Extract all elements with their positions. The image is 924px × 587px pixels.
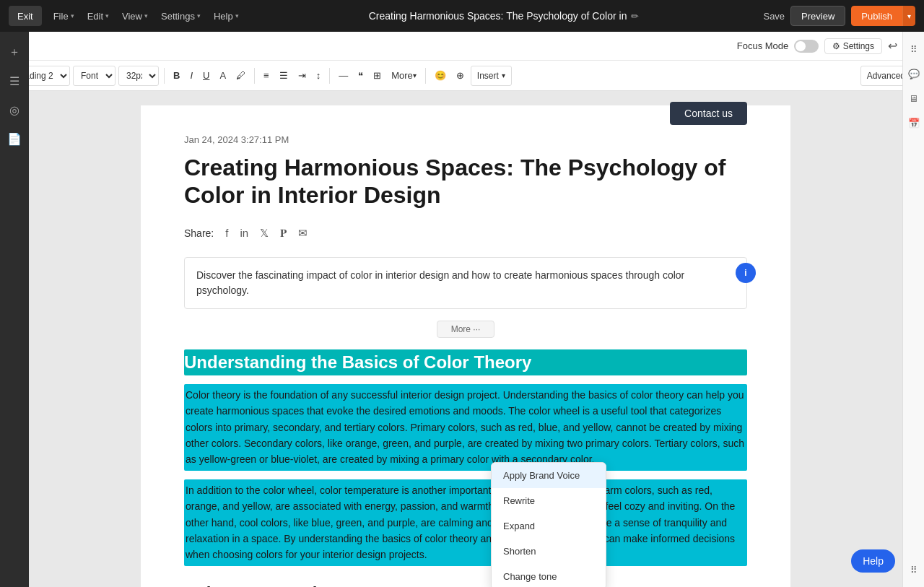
underline-button[interactable]: U [199,66,213,86]
focus-mode-label: Focus Mode [737,40,789,51]
pinterest-icon[interactable]: 𝐏 [280,227,287,240]
quote-button[interactable]: ❝ [354,66,367,86]
divider-button[interactable]: ― [335,66,352,86]
undo-button[interactable]: ↩ [888,39,897,53]
top-bar: Exit File ▾ Edit ▾ View ▾ Settings ▾ Hel… [0,0,924,32]
exit-button[interactable]: Exit [9,6,42,26]
chevron-down-icon: ▾ [502,71,505,79]
sidebar-user-icon[interactable]: ◎ [3,98,26,121]
ai-menu-item-rewrite[interactable]: Rewrite [492,488,606,513]
share-row: Share: f in 𝕏 𝐏 ✉ [184,227,747,240]
top-menu: File ▾ Edit ▾ View ▾ Settings ▾ Help ▾ [48,8,245,25]
toolbar-divider [164,68,165,84]
font-size-select[interactable]: 32px [118,66,159,86]
insert-button[interactable]: Insert ▾ [471,66,512,86]
chevron-down-icon: ▾ [907,12,911,20]
paragraph1[interactable]: Color theory is the foundation of any su… [184,384,747,471]
font-select[interactable]: Font [73,66,116,86]
settings-button[interactable]: ⚙ Settings [824,38,882,54]
focus-bar: Focus Mode ⚙ Settings ↩ ↪ [0,32,924,61]
toolbar-divider-2 [254,68,255,84]
chevron-down-icon: ▾ [413,71,417,79]
focus-toggle-knob [796,41,806,51]
save-button[interactable]: Save [763,11,785,22]
focus-mode-toggle[interactable] [794,40,819,53]
document-title: Creating Harmonious Spaces: The Psycholo… [250,10,758,22]
chevron-down-icon: ▾ [71,12,74,19]
menu-help[interactable]: Help ▾ [208,8,245,25]
ai-context-menu: Apply Brand Voice Rewrite Expand Shorten… [491,462,606,587]
sidebar-pages-icon[interactable]: ☰ [3,69,26,92]
publish-button[interactable]: Publish [851,6,902,26]
page-canvas: Contact us Jan 24, 2024 3:27:11 PM Creat… [141,105,790,587]
highlight-button[interactable]: 🖊 [232,66,249,86]
share-label: Share: [184,227,214,239]
more-button[interactable]: More ▾ [388,66,420,86]
italic-button[interactable]: I [186,66,196,86]
ai-menu-item-shorten[interactable]: Shorten [492,539,606,564]
bold-button[interactable]: B [170,66,183,86]
sidebar-document-icon[interactable]: 📄 [3,127,26,150]
facebook-icon[interactable]: f [225,227,228,239]
chevron-down-icon: ▾ [197,12,201,19]
excerpt-wrapper: Discover the fascinating impact of color… [184,257,747,309]
excerpt-info-badge[interactable]: i [736,263,756,283]
content-area: Contact us Jan 24, 2024 3:27:11 PM Creat… [29,91,902,587]
right-comment-icon[interactable]: 💬 [905,65,923,82]
edit-title-icon[interactable]: ✏ [631,11,639,22]
more-bar[interactable]: More ··· [437,321,494,338]
right-grid-icon[interactable]: ⠿ [905,40,923,58]
toolbar-divider-4 [425,68,426,84]
right-calendar-icon[interactable]: 📅 [905,114,923,131]
chevron-down-icon: ▾ [105,12,109,19]
align-button[interactable]: ≡ [260,66,273,86]
publish-dropdown-arrow[interactable]: ▾ [902,6,915,26]
table-button[interactable]: ⊞ [370,66,385,86]
top-right-actions: Save Preview Publish ▾ [763,6,915,26]
email-icon[interactable]: ✉ [298,227,308,240]
excerpt-box[interactable]: Discover the fascinating impact of color… [184,257,747,309]
indent-button[interactable]: ⇥ [295,66,310,86]
add-button[interactable]: ⊕ [453,66,468,86]
list-button[interactable]: ☰ [276,66,292,86]
chevron-down-icon: ▾ [235,12,239,19]
ai-menu-item-change-tone[interactable]: Change tone [492,564,606,587]
help-button[interactable]: Help [851,549,895,573]
preview-button[interactable]: Preview [790,6,845,26]
article-date: Jan 24, 2024 3:27:11 PM [184,134,747,145]
sidebar-add-icon[interactable]: ＋ [3,40,26,64]
article-title[interactable]: Creating Harmonious Spaces: The Psycholo… [184,154,747,209]
menu-file[interactable]: File ▾ [48,8,80,25]
menu-view[interactable]: View ▾ [116,8,154,25]
right-display-icon[interactable]: 🖥 [905,90,923,107]
linkedin-icon[interactable]: in [240,227,248,239]
emoji-button[interactable]: 😊 [431,66,450,86]
contact-us-button[interactable]: Contact us [670,102,747,125]
twitter-icon[interactable]: 𝕏 [260,227,269,240]
menu-settings[interactable]: Settings ▾ [155,8,206,25]
paragraph2[interactable]: In addition to the color wheel, color te… [184,479,747,566]
chevron-down-icon: ▾ [144,12,148,19]
toolbar: Heading 2 Font 32px B I U A 🖊 ≡ ☰ ⇥ ↕ ― … [0,61,924,91]
right-sidebar: ⠿ 💬 🖥 📅 ⠿ [902,32,924,587]
right-bottom-icon[interactable]: ⠿ [905,561,923,578]
toolbar-divider-3 [329,68,330,84]
ai-menu-item-brand-voice[interactable]: Apply Brand Voice [492,463,606,488]
ai-menu-item-expand[interactable]: Expand [492,513,606,539]
left-sidebar: ＋ ☰ ◎ 📄 [0,32,29,587]
line-height-button[interactable]: ↕ [313,66,325,86]
text-color-button[interactable]: A [216,66,230,86]
contact-us-area: Contact us [670,102,747,125]
menu-edit[interactable]: Edit ▾ [82,8,115,25]
section2-heading[interactable]: Using Warm Colors [184,583,747,587]
section1-heading[interactable]: Understanding the Basics of Color Theory [184,349,747,375]
